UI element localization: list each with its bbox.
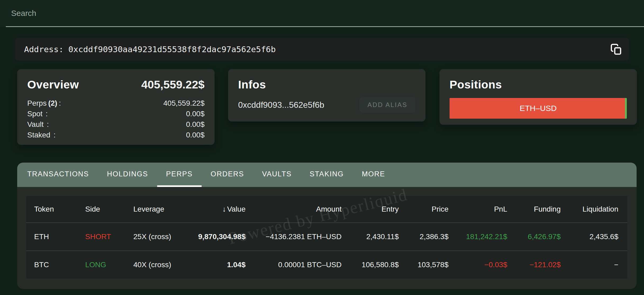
search-underline [6, 26, 644, 27]
table-body: ETHSHORT25X (cross)9,870,304.98$−4136.23… [26, 222, 627, 279]
overview-row-vault: Vault:0.00$ [27, 120, 205, 131]
column-header-label: Value [227, 205, 246, 213]
column-header-side[interactable]: Side [85, 205, 133, 213]
tab-more[interactable]: MORE [353, 163, 394, 187]
cell-btc-pnl: −0.03$ [448, 261, 507, 269]
cell-eth-side: SHORT [85, 233, 133, 241]
column-header-label: PnL [494, 205, 507, 213]
tab-perps[interactable]: PERPS [157, 163, 202, 187]
cell-eth-token: ETH [34, 233, 85, 241]
cell-eth-value: 9,870,304.98$ [178, 233, 246, 241]
long-ratio-sliver [625, 98, 627, 119]
address-bar: Address: 0xcddf90930aa49231d55538f8f2dac… [15, 38, 629, 61]
copy-address-button[interactable] [609, 42, 623, 56]
tab-staking[interactable]: STAKING [301, 163, 353, 187]
short-address: 0xcddf9093...562e5f6b [238, 100, 324, 110]
column-header-label: Price [432, 205, 448, 213]
column-header-label: Entry [382, 205, 399, 213]
cell-btc-entry: 106,580.8$ [342, 261, 399, 269]
overview-value: 0.00$ [186, 131, 205, 139]
cell-btc-leverage: 40X (cross) [133, 261, 178, 269]
overview-value: 0.00$ [186, 120, 205, 129]
column-header-amount[interactable]: Amount [246, 205, 342, 213]
overview-total-value: 405,559.22$ [141, 78, 205, 91]
address-label: Address: [24, 44, 64, 54]
table-row-eth: ETHSHORT25X (cross)9,870,304.98$−4136.23… [26, 222, 627, 251]
tab-orders[interactable]: ORDERS [202, 163, 253, 187]
address-value: 0xcddf90930aa49231d55538f8f2dac97a562e5f… [68, 44, 276, 54]
column-header-value[interactable]: ↓Value [178, 205, 246, 213]
positions-card: Positions ETH–USD [439, 69, 637, 125]
overview-suffix: : [47, 120, 49, 129]
column-header-label: Token [34, 205, 54, 213]
cell-eth-entry: 2,430.11$ [342, 233, 399, 241]
search-input[interactable] [11, 0, 487, 26]
column-header-liquidation[interactable]: Liquidation [561, 205, 618, 213]
tab-holdings[interactable]: HOLDINGS [98, 163, 157, 187]
column-header-token[interactable]: Token [34, 205, 85, 213]
overview-label: Perps [27, 99, 47, 108]
cell-btc-liquidation: − [561, 261, 618, 269]
copy-icon [610, 43, 622, 55]
positions-title: Positions [450, 78, 627, 91]
overview-suffix: : [46, 110, 48, 118]
cell-eth-price: 2,386.3$ [399, 233, 448, 241]
page: Address: 0xcddf90930aa49231d55538f8f2dac… [0, 0, 644, 295]
infos-title: Infos [238, 78, 415, 91]
column-header-funding[interactable]: Funding [507, 205, 561, 213]
overview-label: Vault [27, 120, 44, 129]
column-header-label: Leverage [133, 205, 164, 213]
column-header-label: Liquidation [583, 205, 618, 213]
tabs: TRANSACTIONSHOLDINGSPERPSORDERSVAULTSSTA… [17, 163, 637, 187]
column-header-label: Side [85, 205, 100, 213]
cell-eth-amount: −4136.2381 ETH–USD [246, 233, 342, 241]
overview-rows: Perps(2):405,559.22$Spot:0.00$Vault:0.00… [27, 99, 205, 141]
table-row-btc: BTCLONG40X (cross)1.04$0.00001 BTC–USD10… [26, 251, 627, 279]
infos-card: Infos 0xcddf9093...562e5f6b ADD ALIAS [228, 69, 425, 122]
cell-btc-funding: −121.02$ [507, 261, 561, 269]
cell-eth-pnl: 181,242.21$ [448, 233, 507, 241]
column-header-label: Amount [316, 205, 342, 213]
overview-header: Overview 405,559.22$ [27, 78, 205, 91]
cell-eth-liquidation: 2,435.6$ [561, 233, 618, 241]
cell-btc-token: BTC [34, 261, 85, 269]
cell-btc-value: 1.04$ [178, 261, 246, 269]
column-header-pnl[interactable]: PnL [448, 205, 507, 213]
position-eth-usd-button[interactable]: ETH–USD [450, 98, 627, 119]
column-header-entry[interactable]: Entry [342, 205, 399, 213]
column-header-label: Funding [534, 205, 561, 213]
perps-table-card: TokenSideLeverage↓ValueAmountEntryPriceP… [17, 187, 637, 289]
cell-btc-price: 103,578$ [399, 261, 448, 269]
search-bar [0, 0, 644, 27]
overview-value: 405,559.22$ [163, 99, 205, 108]
overview-label: Staked [27, 131, 50, 139]
cell-btc-amount: 0.00001 BTC–USD [246, 261, 342, 269]
overview-row-spot: Spot:0.00$ [27, 110, 205, 120]
overview-row-perps: Perps(2):405,559.22$ [27, 99, 205, 110]
overview-suffix: : [53, 131, 56, 139]
perps-table: TokenSideLeverage↓ValueAmountEntryPriceP… [26, 196, 627, 279]
column-header-price[interactable]: Price [399, 205, 448, 213]
overview-suffix: : [59, 99, 61, 108]
add-alias-button[interactable]: ADD ALIAS [360, 97, 415, 113]
column-header-leverage[interactable]: Leverage [133, 205, 178, 213]
tab-vaults[interactable]: VAULTS [253, 163, 301, 187]
infos-row: 0xcddf9093...562e5f6b ADD ALIAS [238, 97, 415, 113]
overview-title: Overview [27, 78, 79, 91]
overview-row-staked: Staked:0.00$ [27, 131, 205, 141]
cell-eth-funding: 6,426.97$ [507, 233, 561, 241]
cell-btc-side: LONG [85, 261, 133, 269]
position-pair-label: ETH–USD [520, 104, 557, 113]
overview-card: Overview 405,559.22$ Perps(2):405,559.22… [17, 69, 215, 145]
table-header: TokenSideLeverage↓ValueAmountEntryPriceP… [26, 196, 627, 222]
sort-desc-icon: ↓ [222, 205, 226, 213]
tab-transactions[interactable]: TRANSACTIONS [18, 163, 98, 187]
overview-count: (2) [48, 99, 57, 108]
cell-eth-leverage: 25X (cross) [133, 233, 178, 241]
overview-value: 0.00$ [186, 110, 205, 118]
overview-label: Spot [27, 110, 43, 118]
